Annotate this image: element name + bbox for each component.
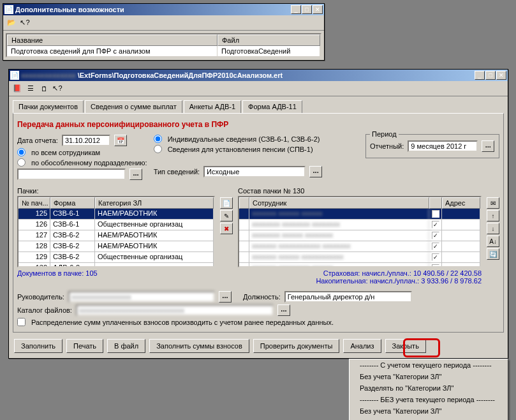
position-input[interactable] [284, 291, 412, 303]
refresh-icon[interactable]: 🔄 [487, 248, 499, 260]
manager-input[interactable] [68, 291, 215, 303]
col-name[interactable]: Название [7, 34, 217, 46]
table-row[interactable]: xxxxxxx xxxxxxxxx xxxxxx✓ [239, 263, 480, 266]
position-label: Должность: [243, 293, 281, 301]
sort-icon[interactable]: A↓ [487, 236, 499, 247]
period-group: Период Отчетный: ... [365, 134, 499, 158]
docs-count: Документов в пачке: 105 [17, 269, 215, 277]
edit-icon[interactable]: ✎ [220, 210, 233, 221]
check-button[interactable]: Проверить документы [253, 339, 340, 353]
tab-adv1[interactable]: Анкеты АДВ-1 [184, 100, 241, 113]
tab-adv11[interactable]: Форма АДВ-11 [242, 100, 302, 113]
close-button[interactable]: ✕ [313, 5, 323, 14]
close-button[interactable]: ✕ [496, 71, 506, 80]
table-row[interactable]: 130АДВ-6-2 [18, 263, 214, 266]
titlebar[interactable]: 📄 Дополнительные возможности _ □ ✕ [3, 4, 324, 15]
period-browse-button[interactable]: ... [482, 140, 494, 152]
radio-unit[interactable] [17, 158, 26, 167]
col-cat[interactable]: Категория ЗЛ [95, 197, 214, 209]
window-icon: 📄 [10, 71, 19, 80]
maximize-button[interactable]: □ [302, 5, 312, 14]
fill-button[interactable]: Заполнить [14, 339, 63, 353]
tab-packs[interactable]: Пачки документов [13, 100, 84, 113]
analyze-button[interactable]: Анализ [343, 339, 381, 353]
ctx-split-category2[interactable]: Разделять по "Категории ЗЛ" [350, 417, 508, 420]
help-pointer-icon[interactable]: ↖? [52, 83, 63, 94]
compose-actions: ✉ ↑ ↓ A↓ 🔄 [487, 187, 499, 285]
col-num[interactable]: № пач... [18, 197, 50, 209]
table-row[interactable]: xxxxxxxx xxxxxx xxxxxxxx✓ [239, 230, 480, 241]
unit-input[interactable] [17, 169, 126, 180]
fillsum-button[interactable]: Заполнить суммы взносов [149, 339, 249, 353]
col-marker[interactable] [239, 197, 249, 209]
ctx-no-category2[interactable]: Без учета "Категории ЗЛ" [350, 405, 508, 417]
catalog-browse-button[interactable]: ... [277, 304, 290, 316]
button-bar: Заполнить Печать В файл Заполнить суммы … [9, 336, 508, 358]
table-row[interactable]: 125СЗВ-6-1НАЕМ/РАБОТНИК [18, 209, 214, 220]
manager-label: Руководитель: [17, 293, 64, 301]
up-icon[interactable]: ↑ [487, 210, 499, 221]
table-row[interactable]: 126СЗВ-6-1Общественные организац [18, 220, 214, 230]
sum-savings: Накопительная: начисл./уплач.: 3 933.96 … [238, 277, 482, 285]
down-icon[interactable]: ↓ [487, 223, 499, 234]
type-input[interactable] [203, 166, 306, 177]
packs-grid: № пач... Форма Категория ЗЛ 125СЗВ-6-1НА… [17, 196, 215, 267]
table-row[interactable]: xxxxxxxx xxxxxxxx xxxxxxxx✓ [239, 220, 480, 230]
tab-payments[interactable]: Сведения о сумме выплат [85, 100, 182, 113]
minimize-button[interactable]: _ [291, 5, 301, 14]
radio-individual[interactable] [154, 135, 162, 143]
table-row[interactable]: xxxxxxx xxxxxx xxxxxx✓ [239, 209, 480, 220]
distribution-checkbox[interactable] [17, 318, 26, 326]
pack-actions: 📄 ✎ ✖ [220, 187, 233, 285]
radio-all[interactable] [17, 148, 26, 156]
table-row[interactable]: 127СЗВ-6-2НАЕМ/РАБОТНИК [18, 230, 214, 241]
date-label: Дата отчета: [17, 137, 58, 144]
tofile-button[interactable]: В файл [107, 339, 145, 353]
help-pointer-icon[interactable]: ↖? [19, 17, 31, 29]
col-file[interactable]: Файл [217, 34, 320, 46]
minimize-button[interactable]: _ [475, 71, 485, 80]
tab-strip: Пачки документов Сведения о сумме выплат… [13, 100, 504, 113]
open-icon[interactable]: 📂 [6, 17, 17, 29]
ctx-split-category[interactable]: Разделять по "Категории ЗЛ" [350, 382, 508, 394]
compose-grid: Сотрудник Адрес xxxxxxx xxxxxx xxxxxx✓ x… [238, 196, 482, 267]
ctx-header1[interactable]: -------- С учетом текущего периода -----… [350, 359, 508, 371]
tree-icon[interactable]: ☰ [25, 83, 36, 94]
book-icon[interactable]: 📕 [11, 83, 23, 94]
ctx-header2[interactable]: -------- БЕЗ учета текущего периода ----… [350, 394, 508, 405]
window-title: Дополнительные возможности [15, 6, 291, 13]
titlebar[interactable]: 📄 xxxxxxxxxxxxxx \ExtForms\ПодготовкаСве… [9, 70, 508, 81]
catalog-label: Каталог файлов: [17, 306, 72, 314]
print-button[interactable]: Печать [66, 339, 103, 353]
period-input[interactable] [408, 140, 478, 152]
date-input[interactable] [62, 135, 110, 146]
cell-file: ПодготовкаСведений [217, 46, 320, 56]
unit-browse-button[interactable]: ... [129, 169, 142, 180]
mail-icon[interactable]: ✉ [487, 197, 499, 209]
col-address[interactable]: Адрес [442, 197, 480, 209]
table-row[interactable]: Подготовка сведений для ПФР с анализом П… [7, 46, 320, 56]
date-picker-icon[interactable]: 📅 [114, 135, 127, 146]
table-row[interactable]: 128СЗВ-6-2НАЕМ/РАБОТНИК [18, 241, 214, 252]
tab-body: Передача данных персонифицированного уче… [13, 113, 504, 333]
toolbar: 📂 ↖? [3, 15, 324, 31]
window-title: xxxxxxxxxxxxxx \ExtForms\ПодготовкаСведе… [21, 71, 475, 79]
ctx-no-category[interactable]: Без учета "Категории ЗЛ" [350, 371, 508, 382]
close-button[interactable]: Закрыть [385, 339, 426, 353]
table-row[interactable]: 129СЗВ-6-2Общественные организац [18, 252, 214, 263]
delete-icon[interactable]: ✖ [220, 223, 233, 234]
new-icon[interactable]: 📄 [220, 197, 233, 209]
col-employee[interactable]: Сотрудник [249, 197, 429, 209]
maximize-button[interactable]: □ [485, 71, 496, 80]
type-browse-button[interactable]: ... [309, 166, 322, 177]
table-row[interactable]: xxxxxxx xxxxxx xxxxxxxxxxxx✓ [239, 252, 480, 263]
col-check[interactable] [429, 197, 442, 209]
table-row[interactable]: xxxxxxx xxxxxxxxxxxx xxxxxxxx✓ [239, 241, 480, 252]
catalog-input[interactable] [76, 304, 274, 316]
col-form[interactable]: Форма [50, 197, 95, 209]
analyze-context-menu: -------- С учетом текущего периода -----… [349, 359, 508, 420]
script-icon[interactable]: 🗒 [38, 83, 50, 94]
manager-browse-button[interactable]: ... [219, 291, 232, 303]
period-legend: Период [370, 130, 399, 138]
radio-establish[interactable] [154, 145, 162, 153]
